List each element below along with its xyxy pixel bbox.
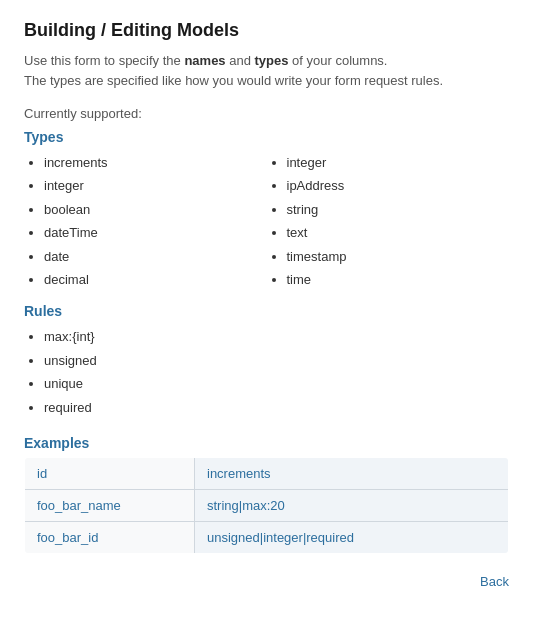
- type-item: timestamp: [287, 245, 510, 268]
- back-link-container: Back: [24, 574, 509, 589]
- examples-section: Examples idincrementsfoo_bar_namestring|…: [24, 435, 509, 554]
- types-list-right: integeripAddressstringtexttimestamptime: [267, 151, 510, 291]
- rules-section: Rules max:{int}unsigneduniquerequired: [24, 303, 509, 419]
- type-item: ipAddress: [287, 174, 510, 197]
- type-item: decimal: [44, 268, 267, 291]
- rule-item: unsigned: [44, 349, 509, 372]
- rule-item: unique: [44, 372, 509, 395]
- types-list-left: incrementsintegerbooleandateTimedatedeci…: [24, 151, 267, 291]
- page-title: Building / Editing Models: [24, 20, 509, 41]
- rule-item: max:{int}: [44, 325, 509, 348]
- intro-text: Use this form to specify the names and t…: [24, 51, 509, 90]
- type-item: integer: [287, 151, 510, 174]
- type-item: string: [287, 198, 510, 221]
- intro-names-bold: names: [184, 53, 225, 68]
- examples-title: Examples: [24, 435, 509, 451]
- type-item: increments: [44, 151, 267, 174]
- example-col-type: string|max:20: [195, 489, 509, 521]
- table-row: foo_bar_idunsigned|integer|required: [25, 521, 509, 553]
- example-col-name: foo_bar_name: [25, 489, 195, 521]
- examples-table-body: idincrementsfoo_bar_namestring|max:20foo…: [25, 457, 509, 553]
- example-col-type: increments: [195, 457, 509, 489]
- example-col-type: unsigned|integer|required: [195, 521, 509, 553]
- example-col-name: foo_bar_id: [25, 521, 195, 553]
- types-title: Types: [24, 129, 509, 145]
- example-col-name: id: [25, 457, 195, 489]
- type-item: boolean: [44, 198, 267, 221]
- types-columns: incrementsintegerbooleandateTimedatedeci…: [24, 151, 509, 291]
- rules-list: max:{int}unsigneduniquerequired: [24, 325, 509, 419]
- table-row: idincrements: [25, 457, 509, 489]
- types-col2: integeripAddressstringtexttimestamptime: [267, 151, 510, 291]
- intro-line1: Use this form to specify the names and t…: [24, 53, 388, 68]
- type-item: text: [287, 221, 510, 244]
- type-item: integer: [44, 174, 267, 197]
- intro-line2: The types are specified like how you wou…: [24, 73, 443, 88]
- type-item: time: [287, 268, 510, 291]
- rules-title: Rules: [24, 303, 509, 319]
- currently-supported-label: Currently supported:: [24, 106, 509, 121]
- type-item: date: [44, 245, 267, 268]
- examples-table: idincrementsfoo_bar_namestring|max:20foo…: [24, 457, 509, 554]
- types-col1: incrementsintegerbooleandateTimedatedeci…: [24, 151, 267, 291]
- type-item: dateTime: [44, 221, 267, 244]
- intro-types-bold: types: [255, 53, 289, 68]
- rule-item: required: [44, 396, 509, 419]
- table-row: foo_bar_namestring|max:20: [25, 489, 509, 521]
- back-button[interactable]: Back: [480, 574, 509, 589]
